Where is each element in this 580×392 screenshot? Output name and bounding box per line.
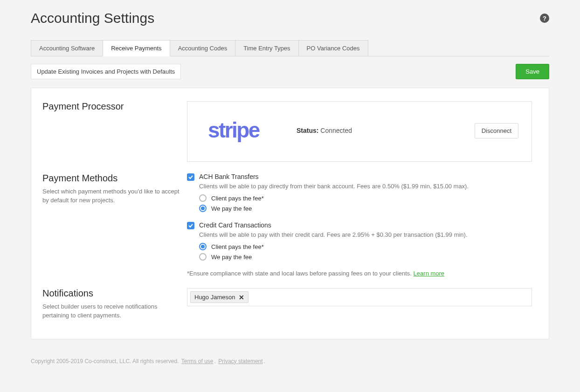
page-title: Accounting Settings — [31, 10, 154, 26]
section-notifications: Notifications Select builder users to re… — [42, 288, 532, 320]
cc-radio-client-pays[interactable]: Client pays the fee* — [199, 243, 532, 250]
cc-radio-we-label: We pay the fee — [211, 254, 252, 261]
privacy-link[interactable]: Privacy statement — [218, 358, 262, 364]
footer: Copyright 2005-2019 Co-construct, LLC. A… — [31, 358, 549, 364]
tab-time-entry-types[interactable]: Time Entry Types — [235, 40, 298, 56]
status-value: Connected — [320, 127, 352, 134]
payment-method-ach: ACH Bank Transfers Clients will be able … — [187, 173, 532, 212]
update-defaults-button[interactable]: Update Existing Invoices and Projects wi… — [31, 64, 181, 79]
ach-radio-we-pay[interactable]: We pay the fee — [199, 205, 532, 212]
ach-label: ACH Bank Transfers — [199, 173, 259, 180]
notifications-user-input[interactable]: Hugo Jameson ✕ — [187, 288, 532, 306]
processor-box: stripe Status: Connected Disconnect — [187, 101, 532, 162]
cc-label: Credit Card Transactions — [199, 221, 271, 229]
ach-checkbox[interactable] — [187, 173, 194, 181]
payment-method-cc: Credit Card Transactions Clients will be… — [187, 221, 532, 261]
remove-user-icon[interactable]: ✕ — [239, 294, 244, 301]
ach-desc: Clients will be able to pay directly fro… — [199, 183, 532, 190]
tab-accounting-software[interactable]: Accounting Software — [31, 40, 103, 56]
cc-desc: Clients will be able to pay with their c… — [199, 231, 532, 238]
status-label: Status: — [297, 127, 318, 134]
user-tag-label: Hugo Jameson — [194, 294, 235, 301]
tab-po-variance-codes[interactable]: PO Variance Codes — [298, 40, 368, 56]
learn-more-link[interactable]: Learn more — [414, 270, 444, 277]
disconnect-button[interactable]: Disconnect — [475, 123, 518, 138]
notifications-desc: Select builder users to receive notifica… — [42, 303, 181, 320]
tab-receive-payments[interactable]: Receive Payments — [103, 40, 170, 56]
cc-radio-we-pay[interactable]: We pay the fee — [199, 253, 532, 261]
cc-radio-client-label: Client pays the fee* — [211, 243, 264, 250]
compliance-text: *Ensure compliance with state and local … — [187, 270, 414, 277]
user-tag: Hugo Jameson ✕ — [190, 291, 249, 303]
action-bar: Update Existing Invoices and Projects wi… — [31, 64, 549, 79]
section-payment-methods: Payment Methods Select which payment met… — [42, 173, 532, 277]
footer-copyright: Copyright 2005-2019 Co-construct, LLC. A… — [31, 358, 179, 364]
page-header: Accounting Settings ? — [31, 10, 549, 26]
terms-link[interactable]: Terms of use — [181, 358, 214, 364]
compliance-note: *Ensure compliance with state and local … — [187, 270, 532, 277]
help-icon[interactable]: ? — [540, 14, 549, 23]
processor-status: Status: Connected — [297, 127, 456, 134]
ach-radio-client-label: Client pays the fee* — [211, 195, 264, 202]
stripe-logo: stripe — [208, 116, 278, 145]
payment-processor-title: Payment Processor — [42, 101, 181, 112]
payment-methods-title: Payment Methods — [42, 173, 181, 184]
notifications-title: Notifications — [42, 288, 181, 299]
ach-radio-we-label: We pay the fee — [211, 205, 252, 212]
ach-radio-client-pays[interactable]: Client pays the fee* — [199, 194, 532, 202]
svg-text:stripe: stripe — [208, 118, 260, 142]
payment-methods-desc: Select which payment methods you'd like … — [42, 187, 181, 205]
section-payment-processor: Payment Processor stripe Status: Connect… — [42, 101, 532, 162]
settings-panel: Payment Processor stripe Status: Connect… — [31, 88, 549, 339]
tab-accounting-codes[interactable]: Accounting Codes — [170, 40, 236, 56]
tabs: Accounting Software Receive Payments Acc… — [31, 40, 549, 56]
cc-checkbox[interactable] — [187, 222, 194, 229]
save-button[interactable]: Save — [516, 64, 549, 79]
